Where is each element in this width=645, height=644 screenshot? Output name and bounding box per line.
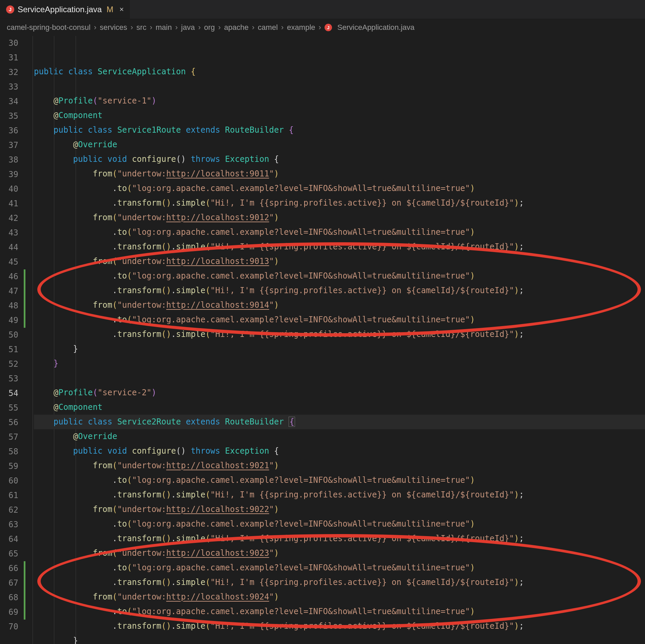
crumb[interactable]: src (136, 23, 146, 32)
chevron-right-icon: › (175, 23, 178, 32)
line-gutter: 3031323334353637383940414243444546474849… (0, 36, 24, 644)
line-number: 53 (0, 372, 18, 386)
code-line[interactable]: .transform().simple("Hi!, I'm {{spring.p… (34, 619, 645, 633)
crumb[interactable]: java (181, 23, 195, 32)
code-line[interactable]: .transform().simple("Hi!, I'm {{spring.p… (34, 488, 645, 502)
close-icon[interactable]: × (119, 6, 124, 13)
code-line[interactable]: @Override (34, 429, 645, 444)
code-area[interactable]: public class ServiceApplication { @Profi… (33, 36, 645, 644)
tab-filename: ServiceApplication.java (18, 5, 102, 14)
chevron-right-icon: › (319, 23, 321, 32)
code-line[interactable]: .to("log:org.apache.camel.example?level=… (34, 181, 645, 196)
code-line[interactable]: public void configure() throws Exception… (34, 152, 645, 167)
chevron-right-icon: › (150, 23, 152, 32)
code-line[interactable]: from("undertow:http://localhost:9013") (34, 254, 645, 269)
code-line[interactable]: .to("log:org.apache.camel.example?level=… (34, 269, 645, 283)
line-number: 58 (0, 444, 18, 459)
line-number: 54 (0, 386, 18, 401)
code-line[interactable]: .to("log:org.apache.camel.example?level=… (34, 517, 645, 531)
code-line[interactable]: .transform().simple("Hi!, I'm {{spring.p… (34, 327, 645, 342)
code-line[interactable]: from("undertow:http://localhost:9011") (34, 167, 645, 181)
line-number: 40 (0, 182, 18, 196)
code-line[interactable]: .transform().simple("Hi!, I'm {{spring.p… (34, 575, 645, 590)
gutter-decorations (24, 36, 33, 644)
code-line[interactable]: from("undertow:http://localhost:9022") (34, 502, 645, 517)
chevron-right-icon: › (198, 23, 200, 32)
crumb[interactable]: camel-spring-boot-consul (7, 23, 91, 32)
line-number: 63 (0, 517, 18, 532)
code-line[interactable]: .transform().simple("Hi!, I'm {{spring.p… (34, 531, 645, 546)
chevron-right-icon: › (218, 23, 221, 32)
line-number: 47 (0, 284, 18, 299)
line-number: 41 (0, 196, 18, 211)
code-line[interactable]: @Component (34, 400, 645, 415)
code-line[interactable]: } (34, 633, 645, 644)
chevron-right-icon: › (131, 23, 133, 32)
line-number: 35 (0, 109, 18, 124)
line-number: 70 (0, 620, 18, 634)
line-number: 48 (0, 299, 18, 313)
code-line[interactable]: public void configure() throws Exception… (34, 444, 645, 458)
line-number: 67 (0, 576, 18, 590)
code-line[interactable]: @Override (34, 137, 645, 152)
code-line[interactable]: .to("log:org.apache.camel.example?level=… (34, 225, 645, 240)
crumb[interactable]: main (156, 23, 172, 32)
line-number: 43 (0, 226, 18, 240)
line-number: 33 (0, 80, 18, 94)
code-line[interactable]: from("undertow:http://localhost:9023") (34, 546, 645, 561)
crumb-file[interactable]: ServiceApplication.java (337, 23, 414, 32)
crumb[interactable]: camel (258, 23, 278, 32)
code-line[interactable]: from("undertow:http://localhost:9012") (34, 210, 645, 225)
crumb[interactable]: org (204, 23, 215, 32)
line-number: 55 (0, 401, 18, 415)
line-number: 49 (0, 313, 18, 328)
line-number: 56 (0, 415, 18, 430)
line-number: 52 (0, 357, 18, 372)
line-number: 45 (0, 255, 18, 269)
line-number: 57 (0, 430, 18, 444)
code-line[interactable] (34, 371, 645, 385)
code-line[interactable]: from("undertow:http://localhost:9021") (34, 458, 645, 473)
code-line[interactable]: public class Service2Route extends Route… (34, 415, 645, 429)
code-line[interactable]: public class ServiceApplication { (34, 64, 645, 79)
file-tab[interactable]: J ServiceApplication.java M × (0, 0, 130, 19)
chevron-right-icon: › (281, 23, 284, 32)
breadcrumb: camel-spring-boot-consul› services› src›… (0, 19, 645, 36)
code-line[interactable]: @Component (34, 108, 645, 123)
code-editor[interactable]: 3031323334353637383940414243444546474849… (0, 36, 645, 644)
code-line[interactable]: from("undertow:http://localhost:9024") (34, 590, 645, 604)
line-number: 65 (0, 547, 18, 561)
code-line[interactable]: public class Service1Route extends Route… (34, 123, 645, 137)
code-line[interactable]: .to("log:org.apache.camel.example?level=… (34, 604, 645, 619)
code-line[interactable]: } (34, 356, 645, 371)
line-number: 42 (0, 211, 18, 226)
code-line[interactable]: .to("log:org.apache.camel.example?level=… (34, 473, 645, 488)
line-number: 37 (0, 138, 18, 153)
code-line[interactable]: @Profile("service-1") (34, 94, 645, 108)
line-number: 66 (0, 561, 18, 576)
line-number: 38 (0, 153, 18, 167)
code-line[interactable]: .transform().simple("Hi!, I'm {{spring.p… (34, 196, 645, 210)
code-line[interactable]: .transform().simple("Hi!, I'm {{spring.p… (34, 283, 645, 298)
line-number: 50 (0, 328, 18, 342)
crumb[interactable]: services (100, 23, 127, 32)
line-number: 39 (0, 167, 18, 182)
code-line[interactable] (34, 79, 645, 94)
line-number: 64 (0, 532, 18, 547)
line-number: 34 (0, 94, 18, 109)
line-number: 61 (0, 488, 18, 503)
crumb[interactable]: apache (224, 23, 249, 32)
code-line[interactable]: from("undertow:http://localhost:9014") (34, 298, 645, 312)
code-line[interactable]: } (34, 342, 645, 356)
vcs-added-marker (24, 561, 25, 620)
line-number: 60 (0, 474, 18, 488)
code-line[interactable]: .to("log:org.apache.camel.example?level=… (34, 561, 645, 575)
line-number: 68 (0, 590, 18, 605)
crumb[interactable]: example (287, 23, 315, 32)
code-line[interactable]: .transform().simple("Hi!, I'm {{spring.p… (34, 240, 645, 254)
java-file-icon: J (6, 5, 14, 14)
line-number: 31 (0, 51, 18, 65)
code-line[interactable]: @Profile("service-2") (34, 385, 645, 400)
code-line[interactable]: .to("log:org.apache.camel.example?level=… (34, 312, 645, 327)
chevron-right-icon: › (94, 23, 96, 32)
